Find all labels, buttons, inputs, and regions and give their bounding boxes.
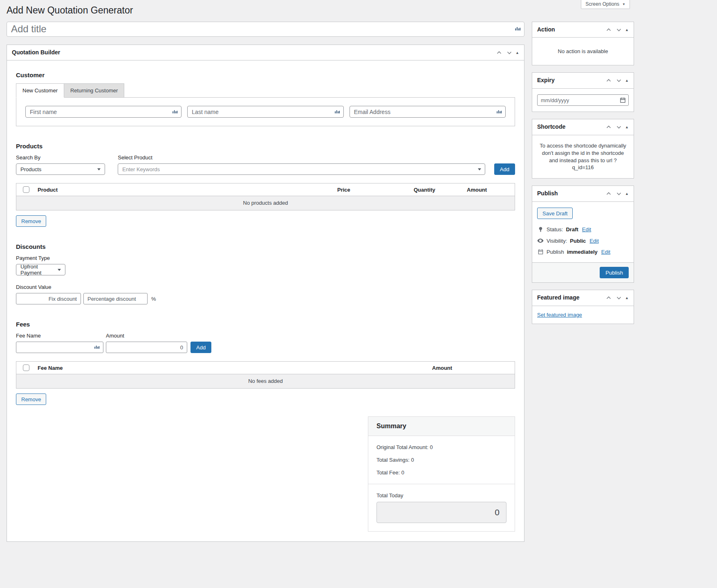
products-heading: Products: [16, 143, 515, 150]
last-name-input[interactable]: [187, 106, 343, 118]
amount-column-header: Amount: [467, 187, 515, 193]
title-input[interactable]: [7, 22, 524, 37]
move-up-icon[interactable]: [494, 48, 504, 58]
bars-icon: [496, 109, 502, 115]
pin-icon: [537, 226, 544, 233]
move-down-icon[interactable]: [504, 48, 514, 58]
product-column-header: Product: [38, 187, 337, 193]
move-down-icon[interactable]: [614, 25, 624, 35]
save-draft-row: Save Draft: [537, 207, 629, 224]
fee-amount-input[interactable]: [106, 342, 187, 353]
quotation-builder-body: Customer New Customer Returning Customer: [7, 60, 524, 541]
remove-fees-button[interactable]: Remove: [16, 393, 46, 405]
shortcode-metabox: Shortcode ▲ To access the shortcode dyna…: [532, 119, 634, 179]
move-up-icon[interactable]: [604, 25, 614, 35]
total-today-label: Total Today: [376, 492, 506, 499]
move-up-icon[interactable]: [604, 189, 614, 199]
collapse-toggle-icon[interactable]: ▲: [624, 190, 630, 197]
save-draft-button[interactable]: Save Draft: [537, 208, 573, 219]
handle-actions: ▲: [604, 189, 634, 199]
tab-returning-customer[interactable]: Returning Customer: [64, 83, 124, 98]
fee-name-column-header: Fee Name: [38, 365, 432, 371]
first-name-input[interactable]: [25, 106, 181, 118]
collapse-toggle-icon[interactable]: ▲: [624, 123, 630, 131]
expiry-date-wrap: [537, 94, 629, 106]
screen-options-button[interactable]: Screen Options ▼: [581, 0, 630, 9]
summary-heading: Summary: [368, 417, 515, 436]
search-by-select[interactable]: Products: [16, 163, 105, 175]
collapse-toggle-icon[interactable]: ▲: [624, 26, 630, 34]
select-product-input[interactable]: [118, 163, 485, 175]
expiry-date-input[interactable]: [537, 94, 629, 106]
move-down-icon[interactable]: [614, 122, 624, 132]
fee-amount-column-header: Amount: [432, 365, 515, 371]
edit-status-link[interactable]: Edit: [582, 226, 591, 233]
calendar-picker-icon[interactable]: [620, 97, 626, 103]
fee-name-input[interactable]: [16, 342, 103, 353]
expiry-body: [532, 89, 634, 112]
move-down-icon[interactable]: [614, 189, 624, 199]
select-product-label: Select Product: [118, 154, 485, 161]
select-all-products-checkbox[interactable]: [23, 186, 29, 193]
fees-table: Fee Name Amount No fees added: [16, 361, 515, 389]
handle-actions: ▲: [604, 122, 634, 132]
expiry-header: Expiry ▲: [532, 73, 634, 89]
add-fee-button[interactable]: Add: [190, 342, 211, 353]
move-up-icon[interactable]: [604, 293, 614, 303]
fee-controls: Fee Name Amount Add: [16, 333, 515, 353]
products-table: Product Price Quantity Amount No product…: [16, 183, 515, 210]
fees-empty-row: No fees added: [16, 374, 515, 388]
featured-image-title: Featured image: [532, 290, 584, 306]
quantity-column-header: Quantity: [414, 187, 467, 193]
discounts-heading: Discounts: [16, 243, 515, 250]
percentage-discount-input[interactable]: [83, 293, 148, 304]
metabox-header: Quotation Builder ▲: [7, 45, 524, 61]
calendar-icon: [537, 249, 544, 255]
publish-time-label: Publish: [547, 249, 564, 255]
expiry-title: Expiry: [532, 73, 560, 88]
bars-icon: [334, 109, 340, 115]
edit-publish-time-link[interactable]: Edit: [601, 249, 610, 255]
email-field-wrap: [350, 106, 506, 118]
publish-header: Publish ▲: [532, 186, 634, 202]
products-table-header: Product Price Quantity Amount: [16, 183, 515, 196]
remove-products-button[interactable]: Remove: [16, 215, 46, 227]
move-down-icon[interactable]: [614, 76, 624, 85]
shortcode-help-text: To access the shortcode dynamically don'…: [532, 135, 634, 179]
collapse-toggle-icon[interactable]: ▲: [515, 49, 520, 56]
select-all-fees-checkbox[interactable]: [23, 364, 29, 371]
bars-icon: [94, 344, 100, 350]
move-up-icon[interactable]: [604, 76, 614, 85]
major-publishing-actions: Publish: [532, 262, 634, 282]
fee-name-group: Fee Name: [16, 333, 103, 353]
tab-new-customer[interactable]: New Customer: [16, 83, 64, 98]
featured-image-body: Set featured image: [532, 306, 634, 324]
title-field-wrap: [7, 22, 524, 37]
product-controls: Search By Products Select Product: [16, 154, 515, 175]
move-down-icon[interactable]: [614, 293, 624, 303]
email-input[interactable]: [350, 106, 506, 118]
publish-button[interactable]: Publish: [600, 267, 629, 278]
payment-type-value: Upfront Payment: [20, 264, 53, 276]
main-column: Quotation Builder ▲ Customer: [7, 22, 524, 542]
summary-panel: Summary Original Total Amount: 0 Total S…: [368, 416, 515, 532]
total-fee: Total Fee: 0: [376, 470, 506, 476]
action-header: Action ▲: [532, 22, 634, 38]
fix-discount-input[interactable]: [16, 293, 81, 304]
total-today-value: 0: [376, 502, 506, 523]
handle-actions: ▲: [604, 25, 634, 35]
payment-type-select[interactable]: Upfront Payment: [16, 264, 65, 275]
shortcode-header: Shortcode ▲: [532, 119, 634, 135]
select-product-combo: [118, 163, 485, 175]
first-name-field-wrap: [25, 106, 181, 118]
move-up-icon[interactable]: [604, 122, 614, 132]
collapse-toggle-icon[interactable]: ▲: [624, 77, 630, 84]
discount-value-label: Discount Value: [16, 284, 515, 290]
collapse-toggle-icon[interactable]: ▲: [624, 294, 630, 302]
customer-panel: [16, 97, 515, 126]
add-product-button[interactable]: Add: [494, 163, 515, 175]
handle-actions: ▲: [494, 48, 524, 58]
edit-visibility-link[interactable]: Edit: [589, 238, 598, 244]
shortcode-title: Shortcode: [532, 119, 570, 135]
set-featured-image-link[interactable]: Set featured image: [537, 312, 582, 318]
